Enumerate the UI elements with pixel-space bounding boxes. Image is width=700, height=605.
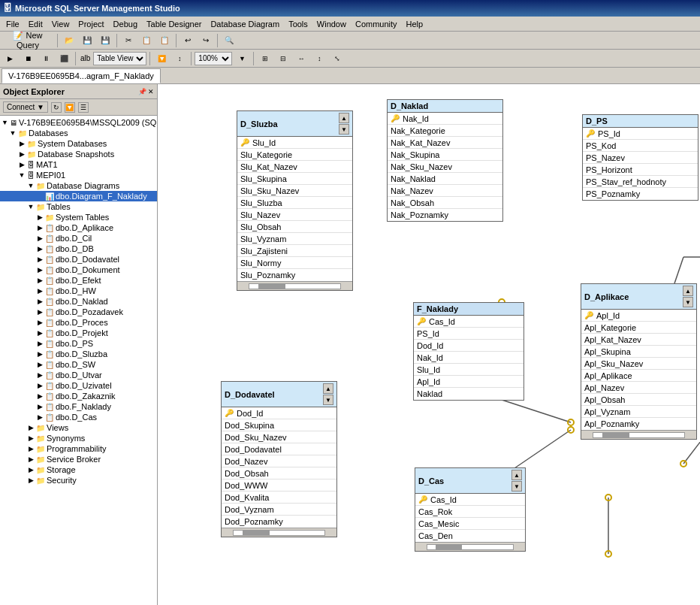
table-ddodavatel[interactable]: D_Dodavatel ▲ ▼ 🔑Dod_Id Dod_Skupina Dod_… xyxy=(221,381,337,537)
tree-toggle-naklad[interactable]: ▶ xyxy=(36,298,44,305)
tree-tables[interactable]: ▼ 📁 Tables xyxy=(0,201,157,212)
tree-toggle-tables[interactable]: ▼ xyxy=(27,203,35,210)
tree-toggle-proces[interactable]: ▶ xyxy=(36,319,44,326)
tb2-btn8[interactable]: ↕ xyxy=(311,51,327,66)
oe-refresh-btn[interactable]: ↻ xyxy=(51,102,62,113)
table-fnaklady[interactable]: F_Naklady 🔑Cas_Id PS_Id Dod_Id Nak_Id Sl… xyxy=(413,302,524,401)
copy-button[interactable]: 📋 xyxy=(138,33,155,48)
tree-toggle-mepi01[interactable]: ▼ xyxy=(18,171,26,179)
menu-project[interactable]: Project xyxy=(74,19,108,29)
tb2-filter[interactable]: 🔽 xyxy=(153,51,170,66)
paste-button[interactable]: 📋 xyxy=(156,33,173,48)
tree-table-sluzba[interactable]: ▶ 📋 dbo.D_Sluzba xyxy=(0,349,157,359)
tree-toggle-aplikace[interactable]: ▶ xyxy=(36,224,44,231)
table-dapl[interactable]: D_Aplikace ▲ ▼ 🔑Apl_Id Apl_Kategorie Apl… xyxy=(581,283,697,440)
save-button[interactable]: 💾 xyxy=(79,33,95,48)
tree-table-cil[interactable]: ▶ 📋 dbo.D_Cil xyxy=(0,233,157,244)
tb2-sort[interactable]: ↕ xyxy=(171,51,188,66)
tree-toggle-diagrams[interactable]: ▼ xyxy=(27,182,35,189)
ddodavatel-hscroll[interactable] xyxy=(222,528,336,537)
tree-toggle-storage[interactable]: ▶ xyxy=(27,466,35,473)
menu-tabledesigner[interactable]: Table Designer xyxy=(142,19,206,29)
tree-toggle-hw[interactable]: ▶ xyxy=(36,287,44,295)
tree-table-proces[interactable]: ▶ 📋 dbo.D_Proces xyxy=(0,317,157,328)
tree-db-snapshots[interactable]: ▶ 📁 Database Snapshots xyxy=(0,149,157,159)
tb2-btn5[interactable]: ⊞ xyxy=(257,51,273,66)
tb2-btn1[interactable]: ▶ xyxy=(2,51,18,66)
tree-table-efekt[interactable]: ▶ 📋 dbo.D_Efekt xyxy=(0,275,157,286)
tree-security[interactable]: ▶ 📁 Security xyxy=(0,475,157,486)
tree-toggle-db[interactable]: ▶ xyxy=(36,245,44,253)
view-select[interactable]: Table View xyxy=(93,52,146,65)
tree-table-ps[interactable]: ▶ 📋 dbo.D_PS xyxy=(0,338,157,349)
open-button[interactable]: 📂 xyxy=(61,33,77,48)
tree-toggle-dokument[interactable]: ▶ xyxy=(36,266,44,274)
diagram-area[interactable]: D_Sluzba ▲ ▼ 🔑Slu_Id Slu_Kategorie Slu_K… xyxy=(158,84,700,605)
cut-button[interactable]: ✂ xyxy=(120,33,137,48)
menu-tools[interactable]: Tools xyxy=(284,19,312,29)
tree-table-zakaznik[interactable]: ▶ 📋 dbo.D_Zakaznik xyxy=(0,391,157,401)
tree-toggle-security[interactable]: ▶ xyxy=(27,476,35,484)
dcas-scroll-down[interactable]: ▼ xyxy=(511,481,522,492)
tree-toggle-utvar[interactable]: ▶ xyxy=(36,371,44,379)
oe-filter-btn[interactable]: 🔽 xyxy=(65,102,75,113)
tab-diagram[interactable]: V-176B9EE0695B4...agram_F_Naklady xyxy=(2,68,161,83)
tree-server[interactable]: ▼ 🖥 V-176B9EE0695B4\MSSQL2009 (SQL S... xyxy=(0,117,157,128)
dsluzba-scroll-down[interactable]: ▼ xyxy=(339,124,349,135)
tree-toggle-synonyms[interactable]: ▶ xyxy=(27,434,35,442)
table-dps[interactable]: D_PS 🔑PS_Id PS_Kod PS_Nazev PS_Horizont … xyxy=(582,114,698,201)
tree-table-naklad[interactable]: ▶ 📋 dbo.D_Naklad xyxy=(0,296,157,307)
tree-toggle-svcbroker[interactable]: ▶ xyxy=(27,455,35,463)
oe-pin-icon[interactable]: 📌 xyxy=(138,88,146,95)
oe-tree[interactable]: ▼ 🖥 V-176B9EE0695B4\MSSQL2009 (SQL S... … xyxy=(0,116,157,605)
tree-table-db[interactable]: ▶ 📋 dbo.D_DB xyxy=(0,244,157,254)
tree-table-cas[interactable]: ▶ 📋 dbo.D_Cas xyxy=(0,412,157,422)
tree-toggle-uzivatel[interactable]: ▶ xyxy=(36,382,44,389)
menu-window[interactable]: Window xyxy=(312,19,351,29)
menu-edit[interactable]: Edit xyxy=(24,19,47,29)
tb2-btn4[interactable]: ⬛ xyxy=(56,51,72,66)
tree-toggle-zakaznik[interactable]: ▶ xyxy=(36,392,44,400)
tree-system-databases[interactable]: ▶ 📁 System Databases xyxy=(0,138,157,149)
tree-views[interactable]: ▶ 📁 Views xyxy=(0,422,157,433)
tree-toggle-dodavatel[interactable]: ▶ xyxy=(36,256,44,263)
dcas-scroll-up[interactable]: ▲ xyxy=(511,470,522,480)
tree-table-uzivatel[interactable]: ▶ 📋 dbo.D_Uzivatel xyxy=(0,380,157,391)
tb2-btn6[interactable]: ⊟ xyxy=(275,51,291,66)
zoom-select[interactable]: 100% xyxy=(195,52,232,65)
tree-mat1[interactable]: ▶ 🗄 MAT1 xyxy=(0,159,157,170)
tb2-btn3[interactable]: ⏸ xyxy=(38,51,54,66)
tree-toggle-views[interactable]: ▶ xyxy=(27,424,35,431)
tree-table-aplikace[interactable]: ▶ 📋 dbo.D_Aplikace xyxy=(0,222,157,233)
table-dcas[interactable]: D_Cas ▲ ▼ 🔑Cas_Id Cas_Rok Cas_Mesic Cas_… xyxy=(415,467,526,552)
tree-toggle-sluzba[interactable]: ▶ xyxy=(36,350,44,358)
tree-databases[interactable]: ▼ 📁 Databases xyxy=(0,128,157,138)
oe-options-btn[interactable]: ☰ xyxy=(78,102,89,113)
menu-file[interactable]: File xyxy=(2,19,24,29)
tree-toggle-cas[interactable]: ▶ xyxy=(36,413,44,421)
tree-table-dokument[interactable]: ▶ 📋 dbo.D_Dokument xyxy=(0,265,157,275)
tree-toggle-cil[interactable]: ▶ xyxy=(36,234,44,242)
tree-programmability[interactable]: ▶ 📁 Programmability xyxy=(0,443,157,454)
dapl-scroll-up[interactable]: ▲ xyxy=(683,286,693,296)
tree-toggle-efekt[interactable]: ▶ xyxy=(36,277,44,284)
ddodavatel-scroll-up[interactable]: ▲ xyxy=(323,383,333,394)
tree-toggle-server[interactable]: ▼ xyxy=(2,119,8,126)
tree-toggle-projekt[interactable]: ▶ xyxy=(36,329,44,337)
dcas-hscroll[interactable] xyxy=(415,542,525,551)
ddodavatel-scroll-down[interactable]: ▼ xyxy=(323,395,333,405)
tree-toggle-pozadavek[interactable]: ▶ xyxy=(36,308,44,316)
tree-table-projekt[interactable]: ▶ 📋 dbo.D_Projekt xyxy=(0,328,157,338)
undo-button[interactable]: ↩ xyxy=(180,33,196,48)
tree-service-broker[interactable]: ▶ 📁 Service Broker xyxy=(0,454,157,464)
connect-button[interactable]: Connect ▼ xyxy=(3,101,48,113)
tree-toggle-snapshots[interactable]: ▶ xyxy=(18,150,26,158)
tree-diagram-fnaklady[interactable]: 📊 dbo.Diagram_F_Naklady xyxy=(0,191,157,201)
tree-table-dodavatel[interactable]: ▶ 📋 dbo.D_Dodavatel xyxy=(0,254,157,265)
tree-storage[interactable]: ▶ 📁 Storage xyxy=(0,464,157,475)
tree-synonyms[interactable]: ▶ 📁 Synonyms xyxy=(0,433,157,443)
tree-toggle-ps[interactable]: ▶ xyxy=(36,340,44,347)
tree-toggle-systables[interactable]: ▶ xyxy=(36,213,44,221)
dapl-scroll-down[interactable]: ▼ xyxy=(683,297,693,307)
save-all-button[interactable]: 💾 xyxy=(97,33,113,48)
